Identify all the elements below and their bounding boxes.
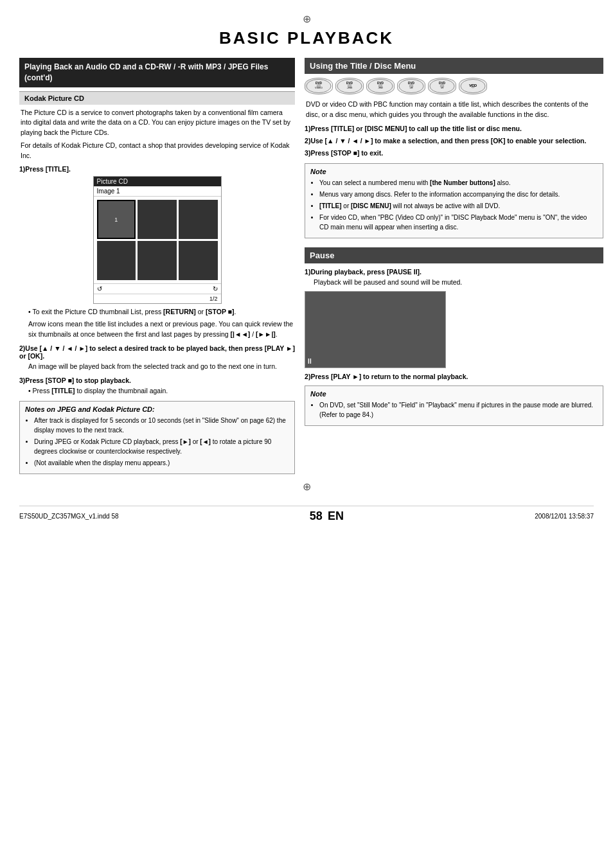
title-disc-step1: 1)Press [TITLE] or [DISC MENU] to call u… [305,125,603,132]
left-section-header: Playing Back an Audio CD and a CD-RW / -… [19,58,295,87]
thumbnail-4 [97,241,136,280]
pause-note-title: Note [310,390,598,398]
pause-notes-list: On DVD, set "Still Mode" to "Field" in "… [310,400,598,420]
title-disc-header: Using the Title / Disc Menu [305,58,603,74]
jpeg-notes-box: Notes on JPEG and Kodak Picture CD: Afte… [19,401,295,474]
svg-text:DVD: DVD [408,82,415,85]
jpeg-notes-list: After track is displayed for 5 seconds o… [25,416,289,468]
footer-file-info: E7S50UD_ZC357MGX_v1.indd 58 [19,513,119,520]
svg-text:+RW: +RW [347,87,353,89]
svg-text:DVD: DVD [377,82,384,85]
kodak-step2-body: An image will be played back from the se… [19,362,295,372]
picture-cd-exit-note: • To exit the Picture CD thumbnail List,… [19,307,295,317]
pause-section-header: Pause [305,247,603,263]
svg-text:DVD: DVD [439,82,446,85]
thumbnail-1: 1 [97,200,136,239]
jpeg-notes-title: Notes on JPEG and Kodak Picture CD: [25,405,289,413]
left-column: Playing Back an Audio CD and a CD-RW / -… [19,58,295,474]
disc-icon-dvd-minus-r: DVD -R [428,78,456,94]
thumbnail-5 [138,241,177,280]
arrow-icons-note: Arrow icons mean the title list includes… [19,319,295,340]
title-disc-note-4: For video CD, when "PBC (Video CD only)"… [319,213,598,232]
title-disc-note-2: Menus vary among discs. Refer to the inf… [319,190,598,199]
svg-text:+R: +R [410,87,413,89]
crosshair-top: ⊕ [19,13,594,25]
title-disc-note-3: [TITLE] or [DISC MENU] will not always b… [319,201,598,211]
pause-indicator: II [305,355,314,368]
kodak-body1: The Picture CD is a service to convert p… [19,108,295,161]
nav-right-icon: ↻ [213,285,218,292]
main-title: BASIC PLAYBACK [19,28,594,48]
disc-icons-row: DVD VIDEO DVD +RW [305,78,603,94]
kodak-subsection-header: Kodak Picture CD [19,91,295,105]
nav-left-icon: ↺ [97,285,102,292]
kodak-step2-label: 2)Use [▲ / ▼ / ◄ / ►] to select a desire… [19,344,295,360]
picture-cd-page: 1/2 [94,294,221,303]
title-disc-step3: 3)Press [STOP ■] to exit. [305,149,603,157]
thumbnail-2 [138,200,177,239]
kodak-step3-label: 3)Press [STOP ■] to stop playback. [19,376,295,384]
disc-icon-dvd-plus-rw: DVD +RW [335,78,364,94]
jpeg-note-3: (Not available when the display menu app… [34,458,289,468]
title-disc-note-1: You can select a numbered menu with [the… [319,178,598,188]
page-footer: E7S50UD_ZC357MGX_v1.indd 58 58 EN 2008/1… [19,506,594,523]
jpeg-note-2: During JPEG or Kodak Picture CD playback… [34,437,289,456]
pause-step1-body: Playback will be paused and sound will b… [305,278,603,288]
lang-indicator: EN [328,509,344,523]
title-disc-notes-list: You can select a numbered menu with [the… [310,178,598,232]
svg-text:DVD: DVD [315,82,323,85]
disc-icon-dvd-video: DVD VIDEO [305,78,333,94]
two-column-layout: Playing Back an Audio CD and a CD-RW / -… [19,58,594,474]
pause-step2: 2)Press [PLAY ►] to return to the normal… [305,373,603,380]
right-column: Using the Title / Disc Menu DVD VIDEO [305,58,603,474]
disc-icon-vcd: VCD [459,78,487,94]
disc-icon-dvd-plus-r: DVD +R [397,78,425,94]
svg-text:-RW: -RW [378,87,383,89]
title-disc-note-box: Note You can select a numbered menu with… [305,163,603,238]
jpeg-note-1: After track is displayed for 5 seconds o… [34,416,289,435]
picture-cd-box: Picture CD Image 1 1 ↺ ↻ 1/2 [93,176,222,303]
svg-text:VIDEO: VIDEO [315,87,323,89]
pause-note-box: Note On DVD, set "Still Mode" to "Field"… [305,385,603,426]
thumbnail-6 [179,241,218,280]
disc-icon-dvd-minus-rw: DVD -RW [366,78,395,94]
title-disc-step2: 2)Use [▲ / ▼ / ◄ / ►] to make a selectio… [305,137,603,145]
pause-screen-box: II [305,291,446,368]
picture-cd-image-label: Image 1 [94,186,221,197]
pause-step1: 1)During playback, press [PAUSE II]. [305,268,603,276]
svg-text:VCD: VCD [469,84,477,87]
svg-text:DVD: DVD [346,82,353,85]
crosshair-bottom: ⊕ [19,481,594,493]
pause-note-1: On DVD, set "Still Mode" to "Field" in "… [319,400,598,420]
footer-date-info: 2008/12/01 13:58:37 [535,513,594,520]
thumbnail-3 [179,200,218,239]
page: ⊕ BASIC PLAYBACK Playing Back an Audio C… [0,0,613,868]
kodak-step3-body: • Press [TITLE] to display the thumbnail… [19,386,295,396]
title-disc-note-title: Note [310,168,598,175]
page-number: 58 [310,509,323,523]
picture-cd-title: Picture CD [94,177,221,186]
kodak-step1: 1)Press [TITLE]. [19,165,295,173]
picture-cd-thumbnails: 1 [94,197,221,283]
title-disc-body: DVD or video CD with PBC function may co… [305,100,603,120]
svg-text:-R: -R [441,87,443,89]
